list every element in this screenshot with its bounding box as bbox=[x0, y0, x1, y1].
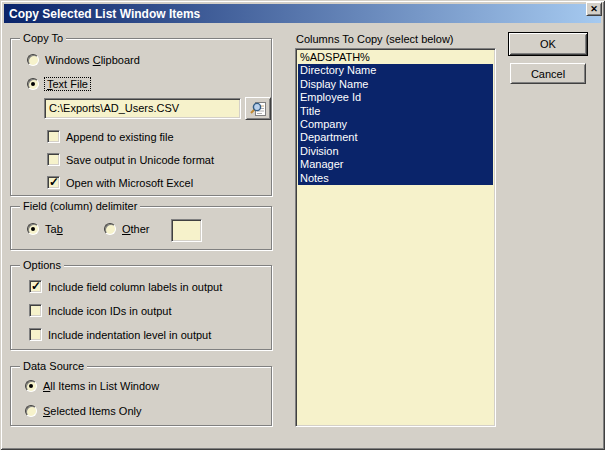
column-list-item[interactable]: %ADSPATH% bbox=[298, 51, 493, 64]
checkbox-icon[interactable] bbox=[29, 280, 42, 293]
other-radio[interactable]: Other bbox=[104, 223, 150, 235]
excel-checkbox-label: Open with Microsoft Excel bbox=[66, 177, 193, 189]
data-source-legend: Data Source bbox=[20, 360, 87, 373]
column-list-item[interactable]: Title bbox=[298, 105, 493, 118]
checkbox-icon[interactable] bbox=[47, 176, 60, 189]
columns-listbox[interactable]: %ADSPATH%Directory NameDisplay NameEmplo… bbox=[295, 48, 496, 427]
delimiter-group: Field (column) delimiter Tab Other bbox=[10, 206, 272, 250]
options-legend: Options bbox=[20, 259, 64, 272]
radio-icon[interactable] bbox=[27, 54, 39, 66]
other-radio-label: Other bbox=[122, 223, 150, 235]
text-file-radio[interactable]: Text File bbox=[27, 78, 90, 90]
columns-to-copy-label: Columns To Copy (select below) bbox=[296, 33, 454, 45]
window-title: Copy Selected List Window Items bbox=[9, 7, 200, 21]
tab-radio-label: Tab bbox=[45, 223, 63, 235]
all-items-radio-label: All Items in List Window bbox=[43, 380, 159, 392]
excel-checkbox-row[interactable]: Open with Microsoft Excel bbox=[47, 176, 193, 189]
checkbox-icon[interactable] bbox=[47, 130, 60, 143]
indent-checkbox-row[interactable]: Include indentation level in output bbox=[29, 328, 211, 341]
indent-checkbox-label: Include indentation level in output bbox=[48, 329, 211, 341]
delimiter-legend: Field (column) delimiter bbox=[20, 200, 140, 213]
copy-dialog: Copy Selected List Window Items ✕ Copy T… bbox=[0, 0, 605, 450]
all-items-radio[interactable]: All Items in List Window bbox=[25, 380, 159, 392]
cancel-button[interactable]: Cancel bbox=[510, 63, 586, 84]
export-path-input[interactable]: C:\Exports\AD_Users.CSV bbox=[44, 98, 241, 119]
ok-button[interactable]: OK bbox=[508, 32, 588, 56]
copy-to-group: Copy To Windows Clipboard Text File C:\E… bbox=[10, 38, 272, 196]
title-bar: Copy Selected List Window Items bbox=[4, 4, 601, 23]
labels-checkbox-label: Include field column labels in output bbox=[48, 281, 222, 293]
copy-to-legend: Copy To bbox=[20, 32, 66, 45]
radio-icon[interactable] bbox=[27, 223, 39, 235]
unicode-checkbox-row[interactable]: Save output in Unicode format bbox=[47, 153, 214, 166]
other-delimiter-input[interactable] bbox=[171, 219, 202, 242]
checkbox-icon[interactable] bbox=[47, 153, 60, 166]
column-list-item[interactable]: Display Name bbox=[298, 78, 493, 91]
ok-button-label: OK bbox=[540, 38, 556, 50]
labels-checkbox-row[interactable]: Include field column labels in output bbox=[29, 280, 222, 293]
tab-radio[interactable]: Tab bbox=[27, 223, 63, 235]
column-list-item[interactable]: Directory Name bbox=[298, 64, 493, 77]
icon-ids-checkbox-label: Include icon IDs in output bbox=[48, 305, 172, 317]
close-button[interactable]: ✕ bbox=[586, 2, 602, 16]
options-group: Options Include field column labels in o… bbox=[10, 265, 272, 350]
data-source-group: Data Source All Items in List Window Sel… bbox=[10, 366, 272, 426]
column-list-item[interactable]: Department bbox=[298, 131, 493, 144]
close-icon: ✕ bbox=[590, 5, 598, 14]
radio-icon[interactable] bbox=[25, 380, 37, 392]
cancel-button-label: Cancel bbox=[531, 68, 565, 80]
radio-icon[interactable] bbox=[27, 78, 39, 90]
column-list-item[interactable]: Division bbox=[298, 145, 493, 158]
column-list-item[interactable]: Notes bbox=[298, 172, 493, 185]
selected-only-radio-label: Selected Items Only bbox=[43, 405, 141, 417]
text-file-label: Text File bbox=[45, 78, 90, 90]
file-search-icon bbox=[249, 101, 267, 117]
append-checkbox-label: Append to existing file bbox=[66, 131, 174, 143]
selected-only-radio[interactable]: Selected Items Only bbox=[25, 405, 141, 417]
radio-icon[interactable] bbox=[25, 405, 37, 417]
column-list-item[interactable]: Employee Id bbox=[298, 91, 493, 104]
checkbox-icon[interactable] bbox=[29, 304, 42, 317]
checkbox-icon[interactable] bbox=[29, 328, 42, 341]
column-list-item[interactable]: Company bbox=[298, 118, 493, 131]
icon-ids-checkbox-row[interactable]: Include icon IDs in output bbox=[29, 304, 172, 317]
browse-button[interactable] bbox=[245, 97, 271, 120]
windows-clipboard-label: Windows Clipboard bbox=[45, 54, 140, 66]
column-list-item[interactable]: Manager bbox=[298, 158, 493, 171]
append-checkbox-row[interactable]: Append to existing file bbox=[47, 130, 174, 143]
unicode-checkbox-label: Save output in Unicode format bbox=[66, 154, 214, 166]
windows-clipboard-radio[interactable]: Windows Clipboard bbox=[27, 54, 140, 66]
radio-icon[interactable] bbox=[104, 223, 116, 235]
